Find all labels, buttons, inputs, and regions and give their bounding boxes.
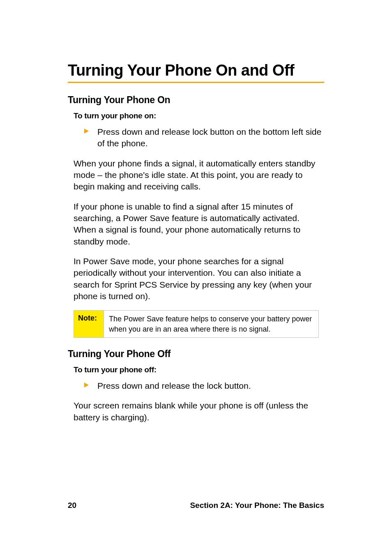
heading-underline (68, 82, 324, 83)
page-title: Turning Your Phone On and Off (68, 62, 324, 79)
note-label: Note: (74, 311, 104, 337)
page-footer: 20 Section 2A: Your Phone: The Basics (68, 501, 324, 510)
step-text: Press down and release lock button on th… (97, 127, 321, 148)
list-item: Press down and release the lock button. (84, 380, 324, 392)
note-text: The Power Save feature helps to conserve… (104, 311, 318, 337)
steps-list-on: Press down and release lock button on th… (68, 126, 324, 150)
page-number: 20 (68, 501, 76, 510)
body-paragraph: Your screen remains blank while your pho… (74, 400, 324, 423)
document-page: Turning Your Phone On and Off Turning Yo… (0, 0, 392, 549)
subheading-phone-off: Turning Your Phone Off (68, 348, 324, 360)
body-paragraph: When your phone finds a signal, it autom… (74, 158, 324, 193)
arrow-icon (84, 383, 89, 388)
step-text: Press down and release the lock button. (97, 381, 251, 390)
instruction-phone-on: To turn your phone on: (74, 111, 324, 120)
arrow-icon (84, 129, 89, 134)
instruction-phone-off: To turn your phone off: (74, 365, 324, 374)
note-callout: Note: The Power Save feature helps to co… (74, 310, 319, 338)
body-paragraph: In Power Save mode, your phone searches … (74, 256, 324, 302)
body-paragraph: If your phone is unable to find a signal… (74, 201, 324, 247)
steps-list-off: Press down and release the lock button. (68, 380, 324, 392)
list-item: Press down and release lock button on th… (84, 126, 324, 150)
subheading-phone-on: Turning Your Phone On (68, 95, 324, 106)
section-label: Section 2A: Your Phone: The Basics (190, 501, 324, 510)
